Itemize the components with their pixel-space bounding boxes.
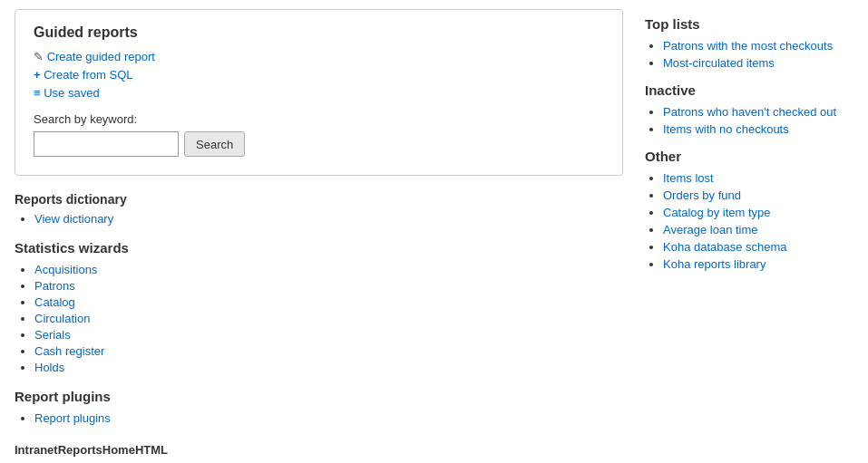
report-plugins-link[interactable]: Report plugins [34,411,111,425]
most-circulated-item: Most-circulated items [663,56,853,70]
report-plugins-item: Report plugins [34,411,623,425]
keyword-search-section: Search by keyword: Search [34,112,604,157]
acquisitions-link[interactable]: Acquisitions [34,263,97,276]
report-plugins-list: Report plugins [15,411,623,425]
patrons-not-checked-out-link[interactable]: Patrons who haven't checked out [663,105,836,119]
guided-reports-box: Guided reports ✎ Create guided report + … [15,9,623,176]
patrons-link[interactable]: Patrons [34,279,75,293]
most-checkouts-item: Patrons with the most checkouts [663,39,853,53]
average-loan-time-link[interactable]: Average loan time [663,223,758,236]
guided-reports-actions: ✎ Create guided report + Create from SQL… [34,50,604,100]
orders-by-fund-item: Orders by fund [663,188,853,202]
other-title: Other [645,149,853,164]
average-loan-time-item: Average loan time [663,223,853,236]
circulation-item: Circulation [34,312,623,325]
create-sql-label: Create from SQL [44,68,132,82]
search-keyword-label: Search by keyword: [34,112,604,126]
report-plugins-title: Report plugins [15,389,623,404]
keyword-search-button[interactable]: Search [184,131,245,157]
use-saved-label: Use saved [44,86,99,100]
holds-link[interactable]: Holds [34,361,64,374]
report-plugins-section: Report plugins Report plugins [15,389,623,425]
patrons-not-checked-out-item: Patrons who haven't checked out [663,105,853,119]
use-saved-link[interactable]: ≡ Use saved [34,86,100,100]
orders-by-fund-link[interactable]: Orders by fund [663,188,741,202]
sidebar: Top lists Patrons with the most checkout… [645,9,853,284]
guided-reports-title: Guided reports [34,24,604,41]
serials-item: Serials [34,328,623,342]
search-row: Search [34,131,604,157]
serials-link[interactable]: Serials [34,328,71,342]
top-lists-list: Patrons with the most checkouts Most-cir… [645,39,853,70]
create-guided-item: ✎ Create guided report [34,50,604,63]
holds-item: Holds [34,361,623,374]
footer-section: IntranetReportsHomeHTML HTML entered in … [15,443,623,463]
main-content: Guided reports ✎ Create guided report + … [15,9,623,463]
patrons-item: Patrons [34,279,623,293]
items-no-checkouts-item: Items with no checkouts [663,122,853,136]
footer-title: IntranetReportsHomeHTML [15,443,623,457]
reports-dictionary-list: View dictionary [15,212,623,226]
catalog-item: Catalog [34,295,623,309]
other-list: Items lost Orders by fund Catalog by ite… [645,171,853,271]
circulation-link[interactable]: Circulation [34,312,90,325]
statistics-wizards-section: Statistics wizards Acquisitions Patrons … [15,240,623,374]
page-layout: Guided reports ✎ Create guided report + … [15,9,853,463]
reports-dictionary-section: Reports dictionary View dictionary [15,192,623,226]
catalog-link[interactable]: Catalog [34,295,75,309]
create-guided-label: Create guided report [47,50,155,63]
statistics-wizards-title: Statistics wizards [15,240,623,256]
items-lost-item: Items lost [663,171,853,185]
koha-database-schema-item: Koha database schema [663,240,853,254]
acquisitions-item: Acquisitions [34,263,623,276]
koha-reports-library-item: Koha reports library [663,257,853,271]
create-sql-link[interactable]: + Create from SQL [34,68,132,82]
cash-register-link[interactable]: Cash register [34,344,104,358]
items-no-checkouts-link[interactable]: Items with no checkouts [663,122,789,136]
top-lists-title: Top lists [645,16,853,32]
most-circulated-link[interactable]: Most-circulated items [663,56,775,70]
reports-dictionary-title: Reports dictionary [15,192,623,207]
create-sql-item: + Create from SQL [34,68,604,82]
koha-reports-library-link[interactable]: Koha reports library [663,257,766,271]
plus-icon: + [34,68,41,82]
most-checkouts-link[interactable]: Patrons with the most checkouts [663,39,833,53]
create-guided-link[interactable]: ✎ Create guided report [34,50,155,63]
keyword-search-input[interactable] [34,131,179,157]
items-lost-link[interactable]: Items lost [663,171,714,185]
koha-database-schema-link[interactable]: Koha database schema [663,240,787,254]
inactive-list: Patrons who haven't checked out Items wi… [645,105,853,136]
use-saved-item: ≡ Use saved [34,86,604,100]
catalog-by-item-type-link[interactable]: Catalog by item type [663,206,771,219]
cash-register-item: Cash register [34,344,623,358]
pencil-icon: ✎ [34,50,44,63]
inactive-title: Inactive [645,82,853,98]
view-dictionary-link[interactable]: View dictionary [34,212,113,226]
statistics-wizards-list: Acquisitions Patrons Catalog Circulation… [15,263,623,374]
catalog-by-item-type-item: Catalog by item type [663,206,853,219]
view-dictionary-item: View dictionary [34,212,623,226]
list-icon: ≡ [34,86,41,100]
